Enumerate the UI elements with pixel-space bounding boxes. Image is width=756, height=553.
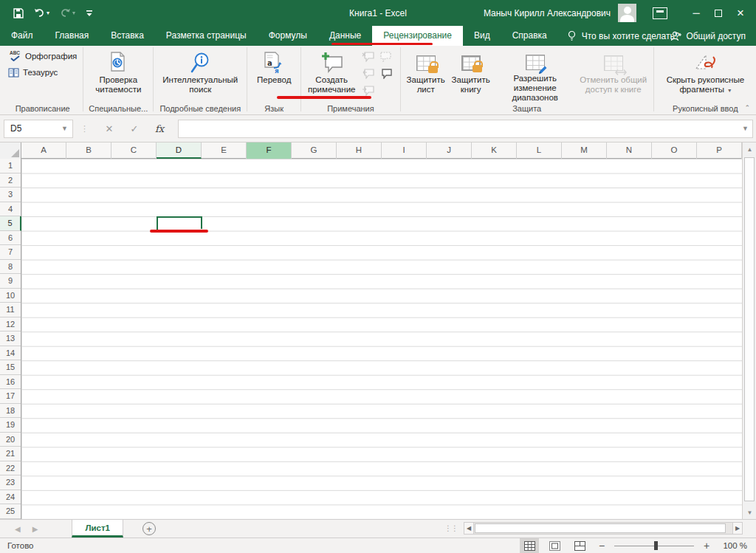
smart-lookup-button[interactable]: Интеллектуальный поиск [157, 48, 244, 103]
scroll-up-button[interactable]: ▲ [743, 142, 756, 156]
previous-sheet-icon[interactable]: ◀ [15, 525, 21, 533]
column-header-K[interactable]: K [472, 142, 517, 159]
row-header-13[interactable]: 13 [0, 332, 21, 346]
save-button[interactable] [13, 8, 24, 18]
scroll-down-button[interactable]: ▼ [743, 506, 756, 519]
show-all-comments-button[interactable] [377, 66, 394, 81]
protect-sheet-button[interactable]: Защитить лист [404, 48, 448, 103]
zoom-slider-thumb[interactable] [654, 541, 658, 550]
row-header-12[interactable]: 12 [0, 317, 21, 332]
row-header-15[interactable]: 15 [0, 360, 21, 375]
row-header-17[interactable]: 17 [0, 389, 21, 404]
user-avatar[interactable] [618, 4, 636, 22]
column-header-D[interactable]: D [157, 142, 202, 159]
check-accessibility-button[interactable]: Проверка читаемости [86, 48, 150, 103]
row-header-14[interactable]: 14 [0, 346, 21, 361]
undo-button[interactable]: ▾ [34, 8, 49, 18]
ribbon-tab-разметка страницы[interactable]: Разметка страницы [155, 26, 258, 46]
column-header-L[interactable]: L [517, 142, 562, 159]
customize-qat-button[interactable] [86, 10, 93, 17]
row-header-2[interactable]: 2 [0, 174, 21, 188]
row-header-16[interactable]: 16 [0, 375, 21, 390]
column-header-G[interactable]: G [292, 142, 337, 159]
insert-function-button[interactable]: fx [147, 120, 172, 138]
formula-input[interactable] [178, 120, 753, 138]
ribbon-display-options-icon[interactable] [653, 7, 667, 19]
ribbon-tab-формулы[interactable]: Формулы [258, 26, 318, 46]
column-header-P[interactable]: P [697, 142, 742, 159]
maximize-button[interactable] [707, 0, 729, 26]
ribbon-tab-file[interactable]: Файл [0, 26, 44, 46]
row-header-24[interactable]: 24 [0, 490, 21, 505]
redo-button[interactable]: ▾ [60, 8, 75, 18]
column-header-I[interactable]: I [382, 142, 427, 159]
spelling-button[interactable]: ABC Орфография [5, 48, 80, 64]
scroll-right-button[interactable]: ▶ [732, 522, 743, 535]
user-name[interactable]: Маныч Кирилл Александрович [484, 8, 611, 18]
row-header-7[interactable]: 7 [0, 245, 21, 260]
horizontal-scroll-thumb[interactable] [475, 523, 726, 533]
sheet-tab-list1[interactable]: Лист1 [72, 520, 123, 537]
row-header-11[interactable]: 11 [0, 303, 21, 317]
column-header-H[interactable]: H [337, 142, 382, 159]
column-header-N[interactable]: N [607, 142, 652, 159]
row-header-5[interactable]: 5 [0, 216, 21, 231]
minimize-button[interactable]: ─ [685, 0, 707, 26]
row-header-1[interactable]: 1 [0, 159, 21, 174]
enter-entry-button[interactable]: ✓ [122, 120, 147, 138]
row-header-21[interactable]: 21 [0, 447, 21, 461]
row-header-23[interactable]: 23 [0, 475, 21, 490]
hide-ink-button[interactable]: Скрыть рукописные фрагменты ▾ [658, 48, 752, 103]
tell-me-box[interactable]: Что вы хотите сделать? [558, 26, 689, 46]
row-header-18[interactable]: 18 [0, 404, 21, 419]
ribbon-tab-главная[interactable]: Главная [44, 26, 100, 46]
share-button[interactable]: Общий доступ [670, 26, 746, 46]
ribbon-tab-вставка[interactable]: Вставка [100, 26, 155, 46]
ribbon-tab-справка[interactable]: Справка [501, 26, 558, 46]
page-break-view-button[interactable] [570, 538, 589, 553]
edit-comment-button[interactable] [377, 49, 394, 64]
zoom-level[interactable]: 100 % [719, 541, 747, 550]
row-header-22[interactable]: 22 [0, 461, 21, 476]
column-header-M[interactable]: M [562, 142, 607, 159]
column-header-J[interactable]: J [427, 142, 472, 159]
expand-formula-bar-icon[interactable]: ▼ [742, 125, 749, 132]
column-header-B[interactable]: B [66, 142, 111, 159]
tab-splitter-icon[interactable]: ⋮⋮ [444, 524, 458, 532]
row-header-10[interactable]: 10 [0, 289, 21, 303]
row-header-8[interactable]: 8 [0, 260, 21, 275]
column-header-A[interactable]: A [21, 142, 66, 159]
close-button[interactable]: × [729, 0, 752, 26]
name-box[interactable]: D5 ▼ [4, 120, 73, 138]
select-all-button[interactable] [0, 142, 21, 159]
next-sheet-icon[interactable]: ▶ [32, 525, 38, 533]
new-sheet-button[interactable]: + [142, 522, 156, 535]
protect-workbook-button[interactable]: Защитить книгу [448, 48, 494, 103]
zoom-in-button[interactable]: + [700, 540, 713, 552]
allow-edit-ranges-button[interactable]: Разрешить изменение диапазонов [494, 48, 577, 103]
vertical-scroll-thumb[interactable] [744, 157, 755, 501]
zoom-out-button[interactable]: − [595, 540, 608, 552]
cells-grid[interactable] [21, 159, 742, 519]
column-header-E[interactable]: E [202, 142, 247, 159]
thesaurus-button[interactable]: Тезаурус [5, 64, 61, 80]
ribbon-tab-вид[interactable]: Вид [463, 26, 501, 46]
vertical-scrollbar[interactable]: ▲ ▼ [742, 142, 756, 519]
column-header-O[interactable]: O [652, 142, 697, 159]
collapse-ribbon-button[interactable]: ⌃ [744, 104, 750, 111]
column-header-C[interactable]: C [111, 142, 157, 159]
row-header-20[interactable]: 20 [0, 433, 21, 447]
column-header-F[interactable]: F [247, 142, 292, 159]
normal-view-button[interactable] [520, 538, 539, 553]
page-layout-view-button[interactable] [545, 538, 564, 553]
unshare-workbook-button[interactable]: Отменить общий доступ к книге [577, 48, 650, 103]
new-comment-button[interactable]: Создать примечание [304, 48, 359, 103]
row-header-9[interactable]: 9 [0, 274, 21, 289]
scroll-left-button[interactable]: ◀ [464, 522, 474, 535]
horizontal-scrollbar[interactable] [474, 522, 732, 535]
row-header-3[interactable]: 3 [0, 188, 21, 202]
row-header-19[interactable]: 19 [0, 418, 21, 433]
cancel-entry-button[interactable]: ✕ [97, 120, 122, 138]
row-header-25[interactable]: 25 [0, 504, 21, 519]
previous-comment-button[interactable] [360, 66, 376, 81]
